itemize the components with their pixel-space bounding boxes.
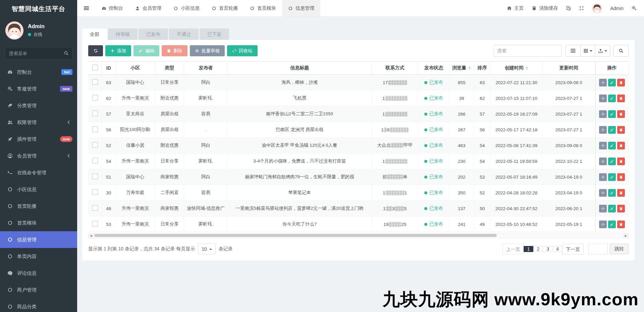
sidebar-item-分类管理[interactable]: 分类管理 bbox=[0, 97, 77, 114]
search-button[interactable] bbox=[613, 45, 629, 57]
delete-row-button[interactable] bbox=[617, 79, 625, 86]
page-size-dropdown[interactable]: 10 bbox=[198, 244, 216, 254]
filter-tab-已下架[interactable]: 已下架 bbox=[200, 28, 229, 40]
page-button-3[interactable]: 3 bbox=[543, 246, 553, 252]
prev-page-button[interactable]: 上一页 bbox=[502, 244, 524, 254]
page-button-1[interactable]: 1 bbox=[524, 246, 534, 252]
next-page-button[interactable]: 下一页 bbox=[562, 244, 584, 254]
recycle-bin-button[interactable]: 回收站 bbox=[227, 45, 258, 56]
move-row-button[interactable] bbox=[599, 79, 607, 86]
edit-row-button[interactable] bbox=[608, 95, 616, 102]
home-link[interactable]: 主页 bbox=[507, 5, 524, 11]
edit-row-button[interactable] bbox=[608, 189, 616, 197]
filter-tab-已发布[interactable]: 已发布 bbox=[139, 28, 168, 40]
filter-tab-不通过[interactable]: 不通过 bbox=[169, 28, 199, 40]
edit-row-button[interactable] bbox=[608, 126, 616, 134]
delete-row-button[interactable] bbox=[617, 158, 625, 165]
move-row-button[interactable] bbox=[599, 126, 607, 134]
delete-row-button[interactable] bbox=[617, 189, 625, 197]
move-row-button[interactable] bbox=[599, 158, 607, 165]
delete-button[interactable]: 删除 bbox=[162, 45, 187, 56]
sidebar-item-商品分类[interactable]: 商品分类 bbox=[0, 298, 77, 312]
navbar-tab-小区信息[interactable]: 小区信息 bbox=[167, 0, 206, 16]
jump-page-input[interactable] bbox=[588, 244, 608, 254]
move-row-button[interactable] bbox=[599, 221, 607, 228]
row-checkbox[interactable] bbox=[92, 221, 98, 227]
move-row-button[interactable] bbox=[599, 95, 607, 102]
scrollbar-track[interactable] bbox=[94, 234, 623, 238]
row-checkbox[interactable] bbox=[92, 111, 98, 116]
row-checkbox[interactable] bbox=[92, 205, 98, 211]
export-button[interactable] bbox=[595, 45, 610, 57]
edit-button[interactable]: 编辑 bbox=[133, 45, 159, 56]
page-button-4[interactable]: 4 bbox=[552, 246, 562, 252]
sidebar-item-常规管理[interactable]: 常规管理new bbox=[0, 80, 77, 97]
sidebar-search-input[interactable] bbox=[5, 47, 72, 60]
row-checkbox[interactable] bbox=[92, 189, 98, 195]
sidebar-item-首页模块[interactable]: 首页模块 bbox=[0, 214, 77, 231]
scroll-left-arrow-icon[interactable]: ◀ bbox=[89, 234, 94, 238]
sidebar-item-在线命令管理[interactable]: 在线命令管理 bbox=[0, 164, 77, 181]
edit-row-button[interactable] bbox=[608, 173, 616, 181]
sidebar-item-会员管理[interactable]: 会员管理 bbox=[0, 147, 77, 164]
horizontal-scrollbar[interactable]: ◀ ▶ bbox=[88, 233, 629, 238]
sidebar-item-评论信息[interactable]: 评论信息 bbox=[0, 265, 77, 282]
user-avatar[interactable] bbox=[5, 21, 23, 40]
edit-row-button[interactable] bbox=[608, 158, 616, 165]
delete-row-button[interactable] bbox=[617, 205, 625, 212]
sidebar-item-单页内容[interactable]: 单页内容 bbox=[0, 248, 77, 265]
jump-button[interactable]: 跳转 bbox=[610, 244, 629, 254]
add-button[interactable]: 添加 bbox=[105, 45, 131, 56]
settings-gears-icon[interactable] bbox=[632, 6, 637, 11]
table-search-input[interactable] bbox=[494, 45, 561, 57]
sidebar-item-商户管理[interactable]: 商户管理 bbox=[0, 282, 77, 298]
language-icon[interactable] bbox=[566, 6, 571, 11]
row-checkbox[interactable] bbox=[92, 142, 98, 148]
column-header-created[interactable]: 创建时间 bbox=[491, 61, 542, 75]
delete-row-button[interactable] bbox=[617, 142, 625, 149]
sidebar-item-信息管理[interactable]: 信息管理 bbox=[0, 231, 77, 248]
delete-row-button[interactable] bbox=[617, 126, 625, 134]
select-all-checkbox[interactable] bbox=[92, 65, 98, 70]
sidebar-item-首页轮播[interactable]: 首页轮播 bbox=[0, 198, 77, 214]
sidebar-item-插件管理[interactable]: 插件管理new bbox=[0, 131, 77, 147]
edit-row-button[interactable] bbox=[608, 110, 616, 118]
edit-row-button[interactable] bbox=[608, 142, 616, 149]
edit-row-button[interactable] bbox=[608, 205, 616, 212]
move-row-button[interactable] bbox=[599, 110, 607, 118]
delete-row-button[interactable] bbox=[617, 221, 625, 228]
delete-row-button[interactable] bbox=[617, 95, 625, 102]
scroll-right-arrow-icon[interactable]: ▶ bbox=[623, 234, 628, 238]
filter-tab-待审核[interactable]: 待审核 bbox=[108, 28, 138, 40]
navbar-tab-首页轮播[interactable]: 首页轮播 bbox=[206, 0, 244, 16]
sidebar-item-控制台[interactable]: 控制台hot bbox=[0, 64, 77, 80]
move-row-button[interactable] bbox=[599, 205, 607, 212]
detail-view-button[interactable] bbox=[566, 45, 581, 57]
page-button-2[interactable]: 2 bbox=[533, 246, 543, 252]
row-checkbox[interactable] bbox=[92, 174, 98, 179]
admin-name[interactable]: Admin bbox=[610, 6, 624, 11]
clear-cache-link[interactable]: 清除缓存 bbox=[532, 5, 558, 11]
refresh-button[interactable] bbox=[88, 45, 103, 56]
move-row-button[interactable] bbox=[599, 189, 607, 197]
row-checkbox[interactable] bbox=[92, 126, 98, 132]
sidebar-item-权限管理[interactable]: 权限管理 bbox=[0, 114, 77, 131]
sidebar-item-小区信息[interactable]: 小区信息 bbox=[0, 181, 77, 198]
fullscreen-icon[interactable] bbox=[579, 6, 584, 11]
menu-toggle-icon[interactable] bbox=[77, 5, 96, 11]
move-row-button[interactable] bbox=[599, 173, 607, 181]
row-checkbox[interactable] bbox=[92, 95, 98, 101]
edit-row-button[interactable] bbox=[608, 79, 616, 86]
move-row-button[interactable] bbox=[599, 142, 607, 149]
navbar-tab-首页模块[interactable]: 首页模块 bbox=[244, 0, 282, 16]
delete-row-button[interactable] bbox=[617, 110, 625, 118]
row-checkbox[interactable] bbox=[92, 79, 98, 85]
navbar-tab-信息管理[interactable]: 信息管理 bbox=[282, 0, 320, 16]
scrollbar-thumb[interactable] bbox=[94, 234, 497, 237]
admin-avatar[interactable] bbox=[592, 3, 602, 13]
batch-audit-button[interactable]: 批量审核 bbox=[190, 45, 225, 56]
edit-row-button[interactable] bbox=[608, 221, 616, 228]
navbar-tab-会员管理[interactable]: 会员管理 bbox=[129, 0, 167, 16]
columns-toggle-button[interactable] bbox=[580, 45, 595, 57]
filter-tab-全部[interactable]: 全部 bbox=[82, 28, 107, 40]
